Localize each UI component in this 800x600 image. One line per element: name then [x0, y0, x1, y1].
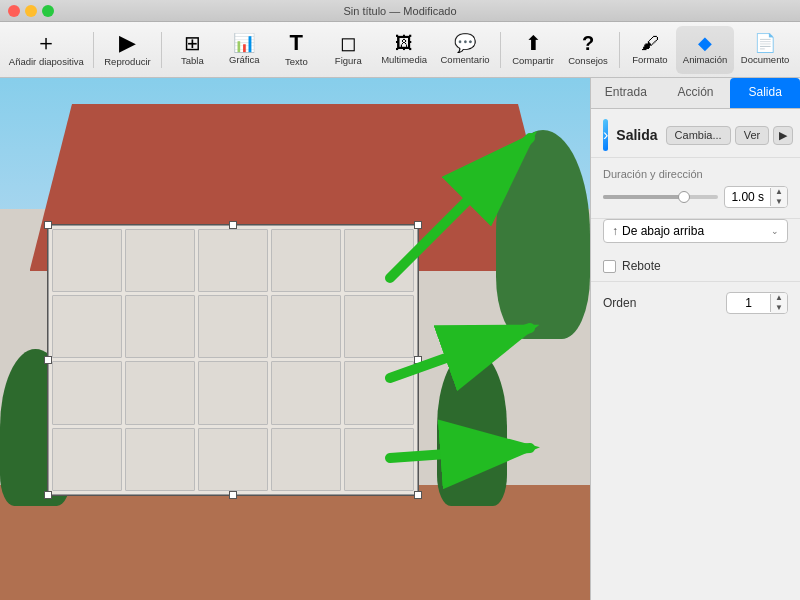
duration-value[interactable]: 1.00 s	[725, 188, 771, 206]
duration-increment[interactable]: ▲	[771, 187, 787, 197]
toolbar-play[interactable]: ▶ Reproducir	[97, 26, 157, 74]
close-button[interactable]	[8, 5, 20, 17]
direction-arrow-icon: ↑	[612, 224, 618, 238]
toolbar-animation[interactable]: ◆ Animación	[676, 26, 734, 74]
toolbar-tips[interactable]: ? Consejos	[561, 26, 615, 74]
traffic-lights	[8, 5, 54, 17]
bounce-row: Rebote	[591, 251, 800, 282]
tab-entrada[interactable]: Entrada	[591, 78, 661, 108]
garage-scene	[0, 78, 590, 600]
direction-section: ↑ De abajo arriba ⌄	[591, 219, 800, 251]
text-icon: T	[290, 32, 303, 54]
salida-header: › Salida Cambia... Ver ▶	[591, 109, 800, 158]
animation-label: Animación	[683, 54, 727, 65]
toolbar-add-slide[interactable]: ＋ Añadir diapositiva	[4, 26, 89, 74]
garage-door	[47, 224, 419, 495]
document-label: Documento	[741, 54, 790, 65]
salida-buttons: Cambia... Ver ▶	[666, 126, 794, 145]
toolbar-text[interactable]: T Texto	[270, 26, 322, 74]
comment-icon: 💬	[454, 34, 476, 52]
tips-icon: ?	[582, 33, 594, 53]
direction-text: De abajo arriba	[622, 224, 704, 238]
tips-label: Consejos	[568, 55, 608, 66]
garage-panel	[52, 428, 122, 491]
order-stepper: 1 ▲ ▼	[726, 292, 788, 314]
garage-panel	[271, 428, 341, 491]
media-label: Multimedia	[381, 54, 427, 65]
garage-panel	[52, 361, 122, 424]
view-arrow-button[interactable]: ▶	[773, 126, 793, 145]
garage-panel	[271, 361, 341, 424]
order-value[interactable]: 1	[727, 294, 771, 312]
toolbar-shape[interactable]: ◻ Figura	[322, 26, 374, 74]
bounce-checkbox[interactable]	[603, 260, 616, 273]
toolbar-share[interactable]: ⬆ Compartir	[505, 26, 561, 74]
duration-slider-track[interactable]	[603, 195, 718, 199]
garage-panel	[125, 428, 195, 491]
direction-row: ↑ De abajo arriba ⌄	[603, 219, 788, 243]
chart-label: Gráfica	[229, 54, 260, 65]
garage-panel	[198, 295, 268, 358]
duration-row: 1.00 s ▲ ▼	[603, 186, 788, 208]
toolbar-divider-3	[500, 32, 501, 68]
tab-salida[interactable]: Salida	[730, 78, 800, 108]
toolbar-media[interactable]: 🖼 Multimedia	[374, 26, 434, 74]
toolbar-divider-1	[93, 32, 94, 68]
change-button[interactable]: Cambia...	[666, 126, 731, 145]
format-label: Formato	[632, 54, 667, 65]
table-icon: ⊞	[184, 33, 201, 53]
slide-area[interactable]	[0, 78, 590, 600]
duration-label: Duración y dirección	[603, 168, 788, 180]
garage-panel	[271, 229, 341, 292]
garage-panel	[271, 295, 341, 358]
direction-chevron-icon: ⌄	[771, 226, 779, 236]
direction-select[interactable]: ↑ De abajo arriba ⌄	[603, 219, 788, 243]
garage-panel	[344, 229, 414, 292]
animation-icon: ◆	[698, 34, 712, 52]
right-panel: Entrada Acción Salida › Salida Cambia...…	[590, 78, 800, 600]
shrub-right	[437, 349, 508, 506]
toolbar-chart[interactable]: 📊 Gráfica	[218, 26, 270, 74]
media-icon: 🖼	[395, 34, 413, 52]
toolbar-table[interactable]: ⊞ Tabla	[166, 26, 218, 74]
animation-tabs: Entrada Acción Salida	[591, 78, 800, 109]
animation-icon-box: ›	[603, 119, 608, 151]
duration-decrement[interactable]: ▼	[771, 197, 787, 207]
garage-panel	[125, 295, 195, 358]
minimize-button[interactable]	[25, 5, 37, 17]
duration-stepper: 1.00 s ▲ ▼	[724, 186, 788, 208]
main-layout: Entrada Acción Salida › Salida Cambia...…	[0, 78, 800, 600]
garage-panel	[52, 295, 122, 358]
garage-panel	[125, 361, 195, 424]
garage-panel	[344, 428, 414, 491]
add-slide-icon: ＋	[35, 32, 57, 54]
duration-slider-thumb[interactable]	[678, 191, 690, 203]
toolbar: ＋ Añadir diapositiva ▶ Reproducir ⊞ Tabl…	[0, 22, 800, 78]
order-row: Orden 1 ▲ ▼	[591, 282, 800, 324]
text-label: Texto	[285, 56, 308, 67]
add-slide-label: Añadir diapositiva	[9, 56, 84, 67]
salida-title: Salida	[616, 127, 657, 143]
bounce-label: Rebote	[622, 259, 661, 273]
chart-icon: 📊	[233, 34, 255, 52]
play-label: Reproducir	[104, 56, 150, 67]
garage-panel	[52, 229, 122, 292]
toolbar-comment[interactable]: 💬 Comentario	[434, 26, 496, 74]
maximize-button[interactable]	[42, 5, 54, 17]
format-icon: 🖌	[641, 34, 659, 52]
duration-section: Duración y dirección 1.00 s ▲ ▼	[591, 158, 800, 219]
titlebar: Sin título — Modificado	[0, 0, 800, 22]
order-label: Orden	[603, 296, 636, 310]
order-increment[interactable]: ▲	[771, 293, 787, 303]
play-icon: ▶	[119, 32, 136, 54]
tab-accion[interactable]: Acción	[661, 78, 731, 108]
view-button[interactable]: Ver	[735, 126, 770, 145]
garage-panel	[198, 229, 268, 292]
toolbar-format[interactable]: 🖌 Formato	[624, 26, 676, 74]
order-stepper-arrows: ▲ ▼	[771, 293, 787, 313]
comment-label: Comentario	[440, 54, 489, 65]
order-decrement[interactable]: ▼	[771, 303, 787, 313]
window-title: Sin título — Modificado	[343, 5, 456, 17]
toolbar-document[interactable]: 📄 Documento	[734, 26, 796, 74]
duration-slider-fill	[603, 195, 684, 199]
